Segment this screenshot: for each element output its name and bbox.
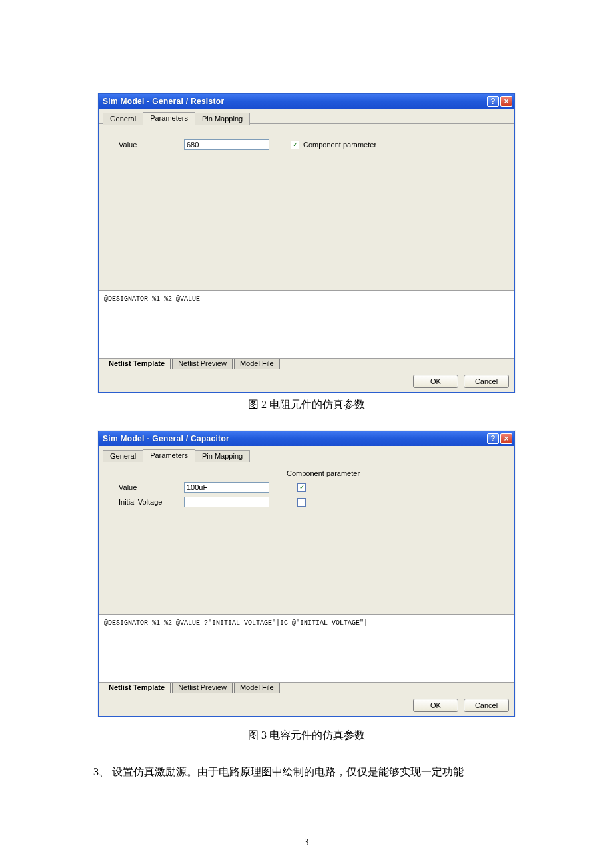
param-row-initial-voltage: Initial Voltage: [119, 496, 504, 508]
dialog-buttons: OK Cancel: [99, 371, 514, 392]
cancel-button[interactable]: Cancel: [464, 699, 509, 712]
parameters-panel: Value ✓ Component parameter: [99, 124, 514, 291]
initial-voltage-input[interactable]: [184, 497, 269, 507]
page-number: 3: [0, 837, 613, 848]
close-icon[interactable]: ×: [500, 433, 512, 444]
component-parameter-checkbox[interactable]: [297, 498, 306, 507]
tab-parameters[interactable]: Parameters: [143, 112, 195, 125]
param-row-value: Value ✓: [119, 481, 504, 493]
capacitor-sim-model-dialog: Sim Model - General / Capacitor ? × Gene…: [98, 431, 515, 717]
tab-pin-mapping[interactable]: Pin Mapping: [195, 113, 250, 125]
btab-netlist-preview[interactable]: Netlist Preview: [172, 683, 233, 693]
close-icon[interactable]: ×: [500, 96, 512, 107]
tab-parameters[interactable]: Parameters: [143, 449, 195, 462]
column-header: Component parameter: [119, 469, 504, 477]
netlist-template-text[interactable]: @DESIGNATOR %1 %2 @VALUE: [99, 291, 514, 359]
param-label: Initial Voltage: [119, 498, 184, 506]
checkbox-label: Component parameter: [303, 141, 376, 149]
param-label: Value: [119, 141, 184, 149]
help-icon[interactable]: ?: [487, 433, 499, 444]
btab-model-file[interactable]: Model File: [234, 683, 280, 693]
dialog-client: General Parameters Pin Mapping Value ✓ C…: [99, 109, 514, 392]
dialog-buttons: OK Cancel: [99, 695, 514, 716]
parameters-panel: Component parameter Value ✓ Initial Volt…: [99, 461, 514, 615]
btab-netlist-preview[interactable]: Netlist Preview: [172, 359, 233, 369]
param-label: Value: [119, 483, 184, 491]
value-input[interactable]: [184, 482, 269, 493]
dialog-title: Sim Model - General / Capacitor: [103, 434, 229, 443]
component-parameter-checkbox[interactable]: ✓: [297, 483, 306, 492]
netlist-template-text[interactable]: @DESIGNATOR %1 %2 @VALUE ?"INITIAL VOLTA…: [99, 615, 514, 683]
titlebar: Sim Model - General / Capacitor ? ×: [99, 431, 514, 446]
dialog-title: Sim Model - General / Resistor: [103, 97, 224, 106]
help-icon[interactable]: ?: [487, 96, 499, 107]
resistor-sim-model-dialog: Sim Model - General / Resistor ? × Gener…: [98, 93, 515, 393]
btab-netlist-template[interactable]: Netlist Template: [103, 359, 171, 369]
top-tabstrip: General Parameters Pin Mapping: [99, 446, 514, 461]
tab-pin-mapping[interactable]: Pin Mapping: [195, 450, 250, 462]
top-tabstrip: General Parameters Pin Mapping: [99, 109, 514, 124]
value-input[interactable]: [184, 139, 269, 150]
ok-button[interactable]: OK: [413, 375, 458, 388]
bottom-tabstrip: Netlist Template Netlist Preview Model F…: [99, 683, 514, 695]
window-buttons: ? ×: [487, 433, 512, 444]
dialog-client: General Parameters Pin Mapping Component…: [99, 446, 514, 716]
cancel-button[interactable]: Cancel: [464, 375, 509, 388]
tab-general[interactable]: General: [103, 113, 143, 125]
bottom-tabstrip: Netlist Template Netlist Preview Model F…: [99, 359, 514, 371]
body-paragraph: 3、 设置仿真激励源。由于电路原理图中绘制的电路，仅仅是能够实现一定功能: [93, 761, 520, 783]
btab-model-file[interactable]: Model File: [234, 359, 280, 369]
titlebar: Sim Model - General / Resistor ? ×: [99, 94, 514, 109]
tab-general[interactable]: General: [103, 450, 143, 462]
window-buttons: ? ×: [487, 96, 512, 107]
figure2-caption: 图 2 电阻元件的仿真参数: [93, 398, 520, 412]
param-row-value: Value ✓ Component parameter: [119, 139, 504, 151]
btab-netlist-template[interactable]: Netlist Template: [103, 683, 171, 693]
figure3-caption: 图 3 电容元件的仿真参数: [93, 729, 520, 743]
ok-button[interactable]: OK: [413, 699, 458, 712]
component-parameter-checkbox[interactable]: ✓: [291, 141, 299, 149]
